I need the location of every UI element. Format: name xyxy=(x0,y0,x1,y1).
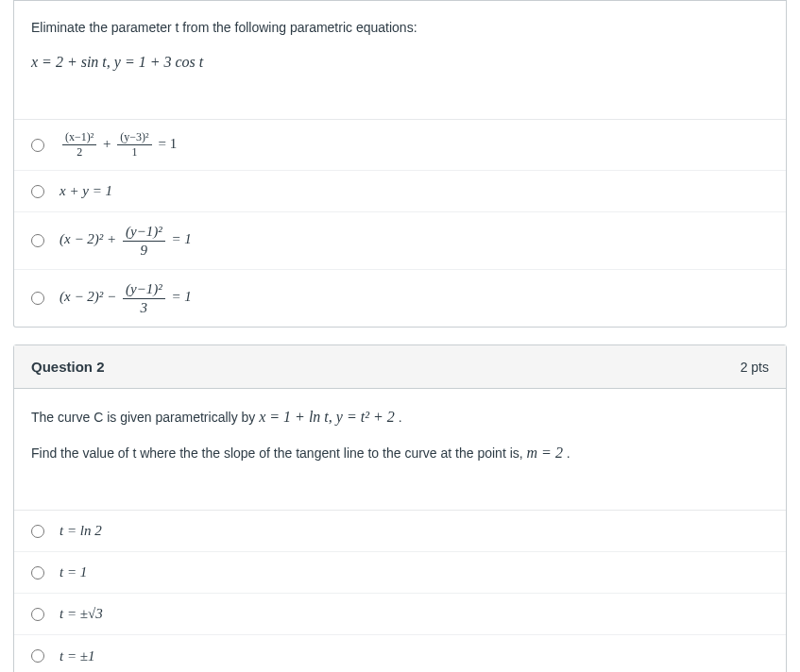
q2-label-a: t = ln 2 xyxy=(60,523,102,539)
q2-radio-a[interactable] xyxy=(31,525,44,538)
q1-radio-a[interactable] xyxy=(31,139,44,152)
q2-label-b: t = 1 xyxy=(60,564,87,580)
q1-equation: x = 2 + sin t, y = 1 + 3 cos t xyxy=(31,51,769,74)
question-card-1: Eliminate the parameter t from the follo… xyxy=(13,0,787,328)
q1-option-d[interactable]: (x − 2)² − (y−1)² 3 = 1 xyxy=(14,270,786,327)
q1-option-c[interactable]: (x − 2)² + (y−1)² 9 = 1 xyxy=(14,212,786,270)
q1-option-b[interactable]: x + y = 1 xyxy=(14,171,786,212)
q1-radio-b[interactable] xyxy=(31,185,44,198)
question-body-1: Eliminate the parameter t from the follo… xyxy=(14,1,786,94)
q2-prompt-2: Find the value of t where the the slope … xyxy=(31,442,769,464)
q2-label-d: t = ±1 xyxy=(60,648,95,664)
q2-answers: t = ln 2 t = 1 t = ±√3 t = ±1 xyxy=(14,510,786,672)
q1-label-b: x + y = 1 xyxy=(60,183,112,199)
q2-option-a[interactable]: t = ln 2 xyxy=(14,511,786,552)
q2-title: Question 2 xyxy=(31,359,105,375)
q2-radio-b[interactable] xyxy=(31,566,44,580)
q2-label-c: t = ±√3 xyxy=(60,606,103,622)
q2-option-b[interactable]: t = 1 xyxy=(14,552,786,594)
q1-label-d: (x − 2)² − (y−1)² 3 = 1 xyxy=(60,281,192,315)
q1-radio-d[interactable] xyxy=(31,292,44,305)
q2-radio-d[interactable] xyxy=(31,649,44,663)
question-card-2: Question 2 2 pts The curve C is given pa… xyxy=(13,344,787,672)
q1-option-a[interactable]: (x−1)² 2 + (y−3)² 1 = 1 xyxy=(14,120,786,171)
question-body-2: The curve C is given parametrically by x… xyxy=(14,389,786,485)
q2-option-d[interactable]: t = ±1 xyxy=(14,635,786,672)
q2-option-c[interactable]: t = ±√3 xyxy=(14,594,786,635)
q1-prompt: Eliminate the parameter t from the follo… xyxy=(31,18,769,38)
q1-label-a: (x−1)² 2 + (y−3)² 1 = 1 xyxy=(60,131,177,159)
q2-prompt-1: The curve C is given parametrically by x… xyxy=(31,406,769,428)
q2-pts: 2 pts xyxy=(740,360,769,375)
q2-radio-c[interactable] xyxy=(31,608,44,621)
q1-answers: (x−1)² 2 + (y−3)² 1 = 1 x + y = 1 (x − 2… xyxy=(14,119,786,327)
q1-label-c: (x − 2)² + (y−1)² 9 = 1 xyxy=(60,224,192,258)
question-header-2: Question 2 2 pts xyxy=(14,345,786,389)
q1-radio-c[interactable] xyxy=(31,234,44,247)
